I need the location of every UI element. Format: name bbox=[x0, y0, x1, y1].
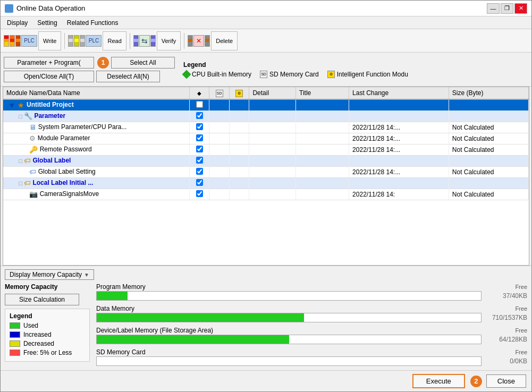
row-check-cell[interactable] bbox=[189, 144, 209, 156]
sep-3 bbox=[184, 33, 184, 49]
row-change-cell bbox=[349, 111, 449, 122]
row-checkbox[interactable] bbox=[196, 123, 203, 130]
col-func: ⚙ bbox=[229, 87, 249, 99]
sd-memory-track bbox=[96, 356, 482, 366]
sd-memory-bar-row: 0/0KB bbox=[96, 356, 527, 366]
row-check-cell[interactable] bbox=[189, 111, 209, 122]
table-row[interactable]: 🔑 Remote Password 2022/11/28 14:... Not … bbox=[3, 144, 529, 156]
delete-button[interactable]: Delete bbox=[211, 31, 238, 50]
row-name: CameraSignalsMove bbox=[40, 190, 99, 198]
row-func-cell bbox=[229, 111, 249, 122]
row-size-cell: Not Calculated bbox=[449, 122, 528, 133]
table-row[interactable]: □ 🏷 Local Label Initial ... bbox=[3, 178, 529, 189]
read-icon-3 bbox=[80, 35, 85, 47]
legend-sd-label: SD Memory Card bbox=[269, 71, 319, 78]
legend-decreased-row: Decreased bbox=[10, 340, 85, 347]
row-checkbox[interactable] bbox=[196, 101, 203, 108]
read-button[interactable]: Read bbox=[103, 31, 126, 50]
data-memory-free-value: 710/1537KB bbox=[485, 314, 527, 321]
data-memory-fill bbox=[97, 313, 304, 322]
device-memory-track bbox=[96, 335, 482, 344]
used-color-swatch bbox=[10, 322, 20, 329]
expand-icon: □ bbox=[19, 180, 24, 186]
device-memory-bar-group: Device/Label Memory (File Storage Area) … bbox=[96, 327, 527, 344]
badge-1: 1 bbox=[97, 57, 109, 69]
table-row[interactable]: □ 🔧 Parameter bbox=[3, 111, 529, 122]
execute-button[interactable]: Execute bbox=[412, 374, 465, 388]
row-size-cell bbox=[449, 99, 528, 111]
row-title-cell bbox=[296, 167, 349, 178]
minimize-button[interactable]: — bbox=[487, 3, 500, 14]
row-change-cell bbox=[349, 156, 449, 167]
table-row[interactable]: ⚙ Module Parameter 2022/11/28 14:... Not… bbox=[3, 133, 529, 144]
row-checkbox[interactable] bbox=[196, 179, 203, 186]
deselect-button[interactable]: Deselect All(N) bbox=[96, 71, 160, 82]
size-calculation-button[interactable]: Size Calculation bbox=[5, 294, 79, 305]
write-button[interactable]: Write bbox=[38, 31, 61, 50]
legend-func-label: Intelligent Function Modu bbox=[337, 71, 408, 78]
menu-display[interactable]: Display bbox=[3, 18, 32, 28]
table-row[interactable]: 📷 CameraSignalsMove 2022/11/28 14: Not C… bbox=[3, 189, 529, 200]
row-detail-cell bbox=[249, 99, 296, 111]
verify-compare-icon: ⇆ bbox=[139, 35, 150, 47]
read-device-label: PLC bbox=[89, 38, 99, 44]
table-row[interactable]: ▼ ★ Untitled Project bbox=[3, 99, 529, 111]
expand-icon: □ bbox=[19, 113, 24, 120]
tree-table-container[interactable]: Module Name/Data Name ◆ SD ⚙ Detail Titl… bbox=[3, 87, 529, 266]
deselect-label: Deselect All(N) bbox=[107, 73, 149, 80]
row-checkbox[interactable] bbox=[196, 168, 203, 175]
row-size-cell bbox=[449, 156, 528, 167]
row-checkbox[interactable] bbox=[196, 134, 203, 141]
table-row[interactable]: 🏷 Global Label Setting 2022/11/28 14:...… bbox=[3, 167, 529, 178]
verify-icon-1 bbox=[133, 35, 139, 47]
write-icon-1 bbox=[4, 35, 9, 47]
close-button[interactable]: Close bbox=[486, 374, 526, 388]
menu-related-functions[interactable]: Related Functions bbox=[63, 18, 123, 28]
row-name-cell: 🏷 Global Label Setting bbox=[3, 167, 189, 178]
param-program-button[interactable]: Parameter + Program( bbox=[4, 57, 94, 69]
increased-color-swatch bbox=[10, 331, 20, 338]
legend-used-row: Used bbox=[10, 322, 85, 329]
data-memory-track bbox=[96, 313, 482, 322]
row-check-cell[interactable] bbox=[189, 178, 209, 189]
row-title-cell bbox=[296, 122, 349, 133]
row-name-cell: □ 🏷 Local Label Initial ... bbox=[3, 178, 189, 189]
close-window-button[interactable]: ✕ bbox=[514, 3, 527, 14]
restore-button[interactable]: ❐ bbox=[501, 3, 513, 14]
row-checkbox[interactable] bbox=[196, 146, 203, 152]
open-close-button[interactable]: Open/Close All(T) bbox=[4, 71, 94, 82]
row-check-cell[interactable] bbox=[189, 99, 209, 111]
row-name-cell: □ 🏷 Global Label bbox=[3, 156, 189, 167]
menu-setting[interactable]: Setting bbox=[33, 18, 61, 28]
row-sd-cell bbox=[209, 122, 230, 133]
row-detail-cell bbox=[249, 167, 296, 178]
row-sd-cell bbox=[209, 189, 230, 200]
display-memory-button[interactable]: Display Memory Capacity ▼ bbox=[5, 269, 94, 280]
row-checkbox[interactable] bbox=[196, 112, 203, 119]
badge-2: 2 bbox=[470, 376, 482, 387]
program-memory-free-value: 37/40KB bbox=[485, 292, 527, 300]
row-size-cell: Not Calculated bbox=[449, 133, 528, 144]
table-row[interactable]: □ 🏷 Global Label bbox=[3, 156, 529, 167]
row-name: System Parameter/CPU Para... bbox=[38, 123, 127, 131]
dropdown-arrow-icon: ▼ bbox=[84, 272, 89, 278]
row-check-cell[interactable] bbox=[189, 167, 209, 178]
row-checkbox[interactable] bbox=[196, 157, 203, 164]
device-memory-label-row: Device/Label Memory (File Storage Area) … bbox=[96, 327, 527, 334]
memory-header: Display Memory Capacity ▼ bbox=[5, 269, 527, 280]
row-check-cell[interactable] bbox=[189, 156, 209, 167]
program-memory-bar-row: 37/40KB bbox=[96, 291, 527, 301]
row-name: Untitled Project bbox=[27, 101, 74, 108]
program-memory-label: Program Memory bbox=[96, 283, 146, 291]
table-row[interactable]: 🖥 System Parameter/CPU Para... 2022/11/2… bbox=[3, 122, 529, 133]
gear-icon: 🔧 bbox=[24, 113, 32, 121]
row-checkbox[interactable] bbox=[196, 190, 203, 197]
row-check-cell[interactable] bbox=[189, 122, 209, 133]
select-all-button[interactable]: Select All bbox=[111, 57, 175, 69]
legend-cpu: CPU Built-in Memory bbox=[183, 71, 251, 78]
row-check-cell[interactable] bbox=[189, 189, 209, 200]
legend-cpu-label: CPU Built-in Memory bbox=[192, 71, 251, 78]
row-check-cell[interactable] bbox=[189, 133, 209, 144]
row-title-cell bbox=[296, 133, 349, 144]
verify-button[interactable]: Verify bbox=[157, 31, 181, 50]
